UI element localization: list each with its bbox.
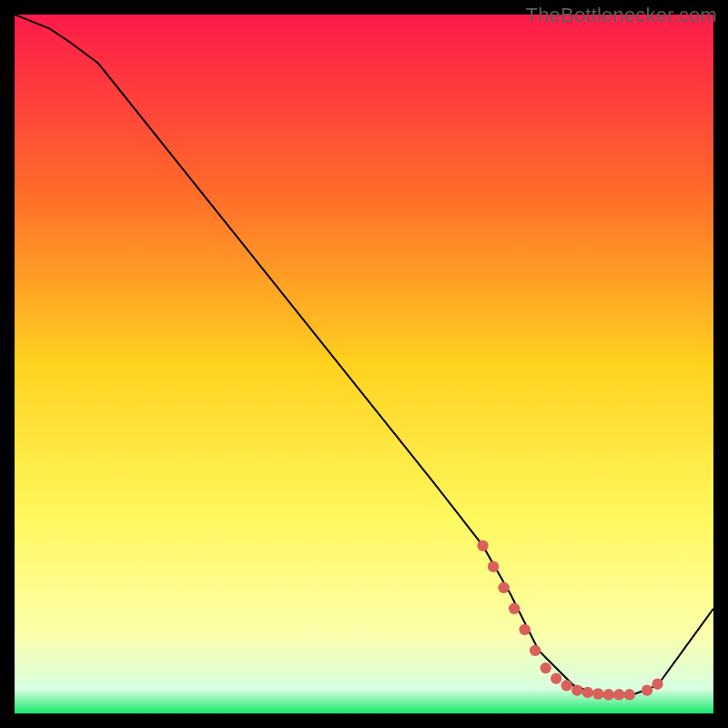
- marker-dot: [582, 687, 593, 698]
- chart-svg: [15, 15, 713, 713]
- marker-dot: [652, 679, 662, 690]
- marker-dot: [519, 624, 530, 635]
- marker-dot: [509, 603, 520, 614]
- marker-dot: [603, 689, 614, 700]
- marker-dot: [477, 540, 488, 551]
- marker-dot: [540, 662, 551, 673]
- marker-dot: [642, 684, 652, 695]
- marker-dot: [488, 561, 499, 572]
- watermark-text: TheBottlenecker.com: [526, 4, 717, 27]
- chart-container: TheBottlenecker.com: [0, 0, 728, 728]
- marker-dot: [561, 680, 572, 691]
- marker-dot: [551, 672, 561, 683]
- gradient-background: [15, 15, 713, 713]
- marker-dot: [624, 689, 635, 700]
- marker-dot: [613, 689, 624, 700]
- marker-dot: [592, 688, 603, 699]
- marker-dot: [498, 582, 509, 593]
- marker-dot: [571, 684, 582, 695]
- marker-dot: [530, 645, 541, 656]
- plot-area: [15, 15, 713, 713]
